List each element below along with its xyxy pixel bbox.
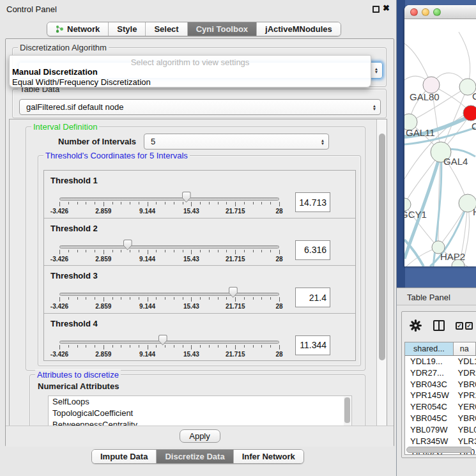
table-cell: YBR045C xyxy=(405,413,454,424)
table-row[interactable]: YER054CYER0 xyxy=(405,401,476,413)
tick-mark xyxy=(68,202,69,204)
slider-thumb[interactable] xyxy=(229,287,238,298)
tick-mark xyxy=(148,202,148,206)
combo-stepper-icon[interactable]: ▲▼ xyxy=(317,139,328,145)
tab-label: Select xyxy=(154,24,178,34)
close-icon[interactable]: ✖ xyxy=(383,3,390,13)
table-row[interactable]: YLR345WYLR3 xyxy=(405,436,476,447)
tick-mark xyxy=(121,202,121,204)
tick-mark xyxy=(235,297,236,302)
attribute-item-topologicalcoefficient[interactable]: TopologicalCoefficient xyxy=(49,408,351,419)
attributes-scrollbar-thumb[interactable] xyxy=(344,397,350,423)
numerical-attributes-list[interactable]: SelfLoopsTopologicalCoefficientBetweenne… xyxy=(48,395,352,426)
tab-discretize-data[interactable]: Discretize Data xyxy=(157,450,233,463)
window-title: Control Panel xyxy=(6,4,57,14)
tick-mark xyxy=(104,202,104,206)
close-traffic-light-icon[interactable] xyxy=(410,8,418,16)
slider-thumb[interactable] xyxy=(182,192,191,203)
checkbox-icon[interactable]: ✓ xyxy=(465,322,473,330)
tick-mark xyxy=(183,250,183,252)
table-data-group: Table Data galFiltered.sif default node … xyxy=(12,89,387,118)
float-window-icon[interactable] xyxy=(372,6,380,13)
table-row[interactable]: YDL19...YDL1 xyxy=(405,356,476,367)
tick-mark xyxy=(200,250,201,252)
network-node[interactable] xyxy=(463,105,476,121)
threshold-value-input[interactable] xyxy=(295,288,330,307)
tick-mark xyxy=(148,345,148,349)
table-row[interactable]: YBR043CYBR0 xyxy=(405,379,476,390)
attributes-group-title: Attributes to discretize xyxy=(35,370,121,380)
table-cell: YDL1 xyxy=(454,356,476,367)
threshold-value-input[interactable] xyxy=(295,335,330,355)
zoom-traffic-light-icon[interactable] xyxy=(433,8,441,16)
column-header-na[interactable]: na xyxy=(454,342,476,355)
slider-thumb[interactable] xyxy=(123,240,132,250)
table-cell: YER0 xyxy=(454,401,476,413)
network-node-label-gcy1: GCY1 xyxy=(404,209,427,220)
number-of-intervals-combobox[interactable]: 5 ▲▼ xyxy=(144,134,329,150)
slider-thumb[interactable] xyxy=(158,335,167,346)
tick-mark xyxy=(59,345,60,349)
tick-mark xyxy=(86,297,86,300)
node-attribute-table[interactable]: shared...na YDL19...YDL1YDR27...YDR2YBR0… xyxy=(404,342,476,455)
table-panel: Table Panel ✓ ✓ shared...na YDL19...YDL1… xyxy=(397,288,476,476)
gear-icon[interactable] xyxy=(410,319,422,332)
tick-mark xyxy=(200,345,201,348)
numerical-attributes-label: Numerical Attributes xyxy=(38,381,119,391)
tick-mark xyxy=(59,250,60,254)
minimize-traffic-light-icon[interactable] xyxy=(422,8,429,16)
table-row[interactable]: YDR27...YDR2 xyxy=(405,367,476,379)
slider-track[interactable] xyxy=(59,197,279,201)
table-horizontal-scrollbar-thumb[interactable] xyxy=(406,447,472,453)
table-row[interactable]: YBR045CYBR0 xyxy=(405,413,476,424)
tick-mark xyxy=(156,345,157,348)
table-row[interactable]: YBL079WYBL0 xyxy=(405,424,476,436)
tick-mark xyxy=(104,250,104,254)
tick-mark xyxy=(112,297,113,300)
tick-mark xyxy=(183,202,183,204)
column-header-shared-[interactable]: shared... xyxy=(405,342,454,355)
tab-cyni-toolbox[interactable]: Cyni Toolbox xyxy=(188,22,257,36)
tick-mark xyxy=(104,297,104,302)
tab-infer-network[interactable]: Infer Network xyxy=(234,450,303,463)
settings-scrollbar-thumb[interactable] xyxy=(379,134,385,360)
combo-stepper-icon[interactable]: ▲▼ xyxy=(369,104,380,111)
tab-jactivemnodules[interactable]: jActiveMNodules xyxy=(257,22,341,36)
checkbox-icon[interactable]: ✓ xyxy=(456,322,463,330)
algorithm-option-equal-width-frequency-discretization[interactable]: Equal Width/Frequency Discretization xyxy=(12,77,151,87)
tick-label: -3.426 xyxy=(45,208,73,215)
slider-track[interactable] xyxy=(59,245,279,249)
tab-style[interactable]: Style xyxy=(109,22,146,36)
tick-label: 15.43 xyxy=(177,208,205,215)
tab-label: Infer Network xyxy=(242,452,295,461)
threshold-row-2: Threshold 2-3.4262.8599.14415.4321.71528 xyxy=(44,219,355,266)
tick-mark xyxy=(226,202,227,204)
tick-mark xyxy=(139,345,139,348)
control-panel-window: Control Panel ✖ NetworkStyleSelectCyni T… xyxy=(0,0,397,476)
slider-track[interactable] xyxy=(59,293,279,296)
threshold-value-input[interactable] xyxy=(295,240,330,260)
threshold-row-3: Threshold 3-3.4262.8599.14415.4321.71528 xyxy=(44,266,355,314)
tick-mark xyxy=(112,345,113,348)
tab-impute-data[interactable]: Impute Data xyxy=(92,450,157,463)
apply-button[interactable]: Apply xyxy=(180,429,220,443)
network-node-label-gal4: GAL4 xyxy=(443,156,468,167)
tab-label: Cyni Toolbox xyxy=(196,24,248,34)
tick-mark xyxy=(165,297,165,300)
algorithm-option-manual-discretization[interactable]: Manual Discretization xyxy=(12,67,98,77)
attributes-scrollbar[interactable] xyxy=(344,397,351,426)
slider-track[interactable] xyxy=(59,341,279,344)
attribute-item-selfloops[interactable]: SelfLoops xyxy=(49,396,351,408)
network-canvas[interactable]: GAL80G.CGAL11GAL4GCY1HHAP2 xyxy=(404,19,476,266)
tick-label: -3.426 xyxy=(45,256,73,263)
table-row[interactable]: YPR145WYPR1 xyxy=(405,390,476,401)
combo-stepper-icon[interactable]: ▲▼ xyxy=(371,67,382,73)
tab-network[interactable]: Network xyxy=(47,22,109,36)
tab-select[interactable]: Select xyxy=(146,22,187,36)
tick-mark xyxy=(156,250,157,252)
table-data-combobox[interactable]: galFiltered.sif default node ▲▼ xyxy=(19,99,381,115)
settings-vertical-scrollbar[interactable] xyxy=(376,119,387,426)
column-visibility-icon[interactable] xyxy=(433,320,445,331)
table-cell: YBR0 xyxy=(454,413,476,424)
threshold-value-input[interactable] xyxy=(295,192,330,212)
